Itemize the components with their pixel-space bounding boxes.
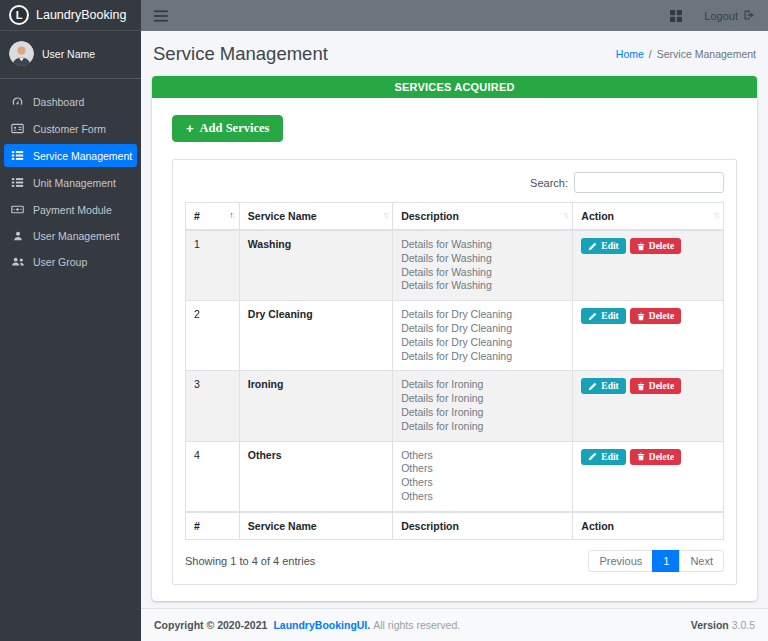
service-description: Details for Ironing Details for Ironing … — [393, 371, 573, 441]
column-header-description[interactable]: Description ↑↓ — [393, 203, 573, 231]
row-actions: EditDelete — [573, 230, 724, 301]
delete-button[interactable]: Delete — [630, 308, 681, 324]
search-row: Search: — [185, 172, 724, 193]
service-name: Washing — [239, 230, 392, 301]
search-label: Search: — [530, 177, 568, 189]
payment-icon — [10, 203, 25, 216]
sidebar-item-label: Dashboard — [33, 96, 84, 108]
logout-button[interactable]: Logout — [704, 9, 755, 23]
page-footer: Copyright © 2020-2021LaundryBookingUI.Al… — [141, 608, 768, 641]
sidebar-item-user-management[interactable]: User Management — [4, 225, 137, 247]
table-row: 4 Others Others Others Others Others Edi… — [186, 441, 724, 512]
service-name: Ironing — [239, 371, 392, 441]
table-row: 2 Dry Cleaning Details for Dry Cleaning … — [186, 301, 724, 371]
delete-button[interactable]: Delete — [630, 238, 681, 254]
service-description: Details for Dry Cleaning Details for Dry… — [393, 301, 573, 371]
sort-icon: ↑↓ — [714, 210, 719, 220]
card-header: SERVICES ACQUIRED — [152, 76, 757, 98]
user-avatar — [9, 41, 34, 66]
services-table: # ↑↓ Service Name ↑↓ Description ↑↓ — [185, 202, 724, 540]
delete-button[interactable]: Delete — [630, 378, 681, 394]
topbar-right: Logout — [670, 9, 755, 23]
sidebar-item-customer-form[interactable]: Customer Form — [4, 117, 137, 140]
sidebar: L LaundryBooking User Name Dashboard Cus… — [0, 0, 141, 641]
search-input[interactable] — [574, 172, 724, 193]
breadcrumb-current: Service Management — [657, 48, 756, 60]
sidebar-item-label: Service Management — [33, 150, 132, 162]
copyright-text: Copyright © 2020-2021 — [154, 619, 267, 631]
table-info: Showing 1 to 4 of 4 entries — [185, 555, 315, 567]
logout-label: Logout — [704, 10, 738, 22]
row-actions: EditDelete — [573, 441, 724, 512]
trash-icon — [637, 242, 645, 251]
sidebar-item-label: Payment Module — [33, 204, 112, 216]
menu-toggle-icon[interactable] — [154, 10, 168, 22]
rights-text: All rights reserved. — [373, 619, 460, 631]
pagination-previous-button[interactable]: Previous — [588, 550, 653, 572]
version: Version 3.0.5 — [691, 619, 755, 631]
trash-icon — [637, 452, 645, 461]
row-number: 4 — [186, 441, 240, 512]
breadcrumb-separator: / — [649, 48, 652, 60]
footer-brand-link[interactable]: LaundryBookingUI. — [273, 619, 370, 631]
list-icon — [10, 176, 25, 189]
row-actions: EditDelete — [573, 301, 724, 371]
delete-button[interactable]: Delete — [630, 449, 681, 465]
users-icon — [10, 256, 25, 268]
edit-button[interactable]: Edit — [581, 449, 625, 465]
column-header-action[interactable]: Action ↑↓ — [573, 203, 724, 231]
column-header-number[interactable]: # ↑↓ — [186, 203, 240, 231]
dashboard-icon — [10, 95, 25, 108]
sidebar-nav: Dashboard Customer Form Service Manageme… — [0, 79, 141, 284]
sort-icon: ↑↓ — [383, 210, 388, 220]
breadcrumb-home-link[interactable]: Home — [616, 48, 644, 60]
table-footer-row: # Service Name Description Action — [186, 512, 724, 540]
version-label: Version — [691, 619, 729, 631]
table-header-row: # ↑↓ Service Name ↑↓ Description ↑↓ — [186, 203, 724, 231]
pencil-icon — [588, 382, 597, 391]
sidebar-item-payment-module[interactable]: Payment Module — [4, 198, 137, 221]
footer-column-service-name: Service Name — [239, 512, 392, 540]
sidebar-item-user-group[interactable]: User Group — [4, 251, 137, 273]
sidebar-item-service-management[interactable]: Service Management — [4, 144, 137, 167]
add-services-button[interactable]: + Add Services — [172, 115, 283, 142]
user-panel[interactable]: User Name — [0, 31, 141, 79]
pagination: Previous 1 Next — [588, 550, 724, 572]
trash-icon — [637, 312, 645, 321]
version-value: 3.0.5 — [732, 619, 755, 631]
sign-out-icon — [743, 9, 755, 23]
pencil-icon — [588, 312, 597, 321]
edit-button[interactable]: Edit — [581, 238, 625, 254]
list-icon — [10, 149, 25, 162]
card-body: + Add Services Search: # ↑↓ — [152, 98, 757, 601]
sidebar-item-unit-management[interactable]: Unit Management — [4, 171, 137, 194]
breadcrumb: Home / Service Management — [616, 48, 756, 60]
sidebar-item-label: User Group — [33, 256, 87, 268]
row-number: 1 — [186, 230, 240, 301]
sidebar-item-dashboard[interactable]: Dashboard — [4, 90, 137, 113]
pencil-icon — [588, 452, 597, 461]
edit-button[interactable]: Edit — [581, 378, 625, 394]
page-header: Service Management Home / Service Manage… — [141, 31, 768, 76]
id-card-icon — [10, 122, 25, 135]
service-description: Others Others Others Others — [393, 441, 573, 512]
pagination-next-button[interactable]: Next — [679, 550, 724, 572]
brand[interactable]: L LaundryBooking — [0, 0, 141, 31]
add-services-label: Add Services — [200, 121, 270, 136]
edit-button[interactable]: Edit — [581, 308, 625, 324]
row-number: 2 — [186, 301, 240, 371]
brand-logo-icon: L — [9, 5, 29, 25]
column-header-service-name[interactable]: Service Name ↑↓ — [239, 203, 392, 231]
main-content: Service Management Home / Service Manage… — [141, 31, 768, 608]
sort-icon: ↑↓ — [229, 210, 234, 220]
pagination-page-1-button[interactable]: 1 — [652, 550, 680, 572]
grid-icon[interactable] — [670, 10, 682, 22]
sidebar-item-label: Customer Form — [33, 123, 106, 135]
service-name: Dry Cleaning — [239, 301, 392, 371]
row-number: 3 — [186, 371, 240, 441]
row-actions: EditDelete — [573, 371, 724, 441]
footer-column-number: # — [186, 512, 240, 540]
services-card: SERVICES ACQUIRED + Add Services Search: — [152, 76, 757, 601]
table-footer: Showing 1 to 4 of 4 entries Previous 1 N… — [185, 550, 724, 572]
service-description: Details for Washing Details for Washing … — [393, 230, 573, 301]
